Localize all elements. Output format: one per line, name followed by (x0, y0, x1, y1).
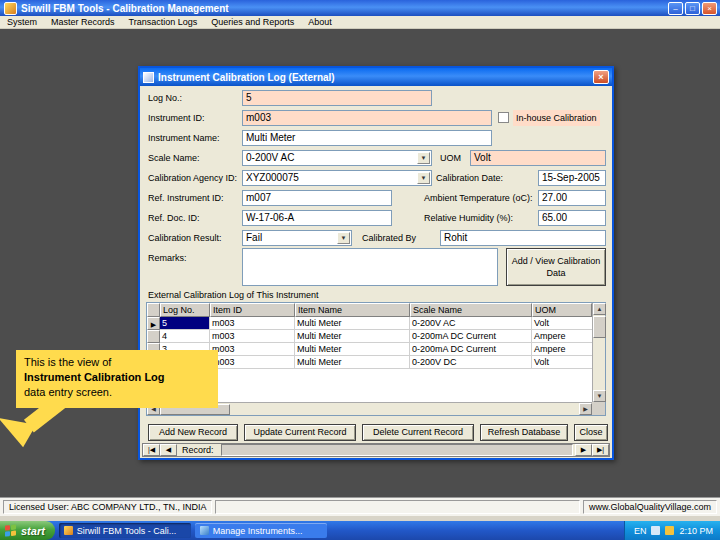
calibration-agency-dropdown[interactable]: XYZ000075 ▼ (242, 170, 432, 186)
table-row[interactable]: 4 m003 Multi Meter 0-200mA DC Current Am… (147, 330, 592, 343)
maximize-button[interactable]: □ (685, 2, 700, 15)
remarks-field[interactable] (242, 248, 498, 286)
log-no-field[interactable]: 5 (242, 90, 432, 106)
desktop: Sirwill FBM Tools - Calibration Manageme… (0, 0, 720, 540)
vertical-scroll-thumb[interactable] (593, 316, 606, 338)
annotation-line3: data entry screen. (24, 385, 210, 400)
chevron-down-icon[interactable]: ▼ (417, 152, 430, 164)
cell-item-name: Multi Meter (295, 343, 410, 356)
cell-uom: Ampere (532, 343, 592, 356)
calibrated-by-label: Calibrated By (362, 230, 416, 246)
ref-instrument-id-field[interactable]: m007 (242, 190, 392, 206)
inhouse-calibration-label: In-house Calibration (513, 110, 600, 126)
minimize-button[interactable]: – (668, 2, 683, 15)
update-current-record-button[interactable]: Update Current Record (244, 424, 356, 441)
uom-label: UOM (440, 150, 461, 166)
language-indicator[interactable]: EN (634, 526, 647, 536)
cell-scale-name: 0-200mA DC Current (410, 330, 532, 343)
ref-doc-id-label: Ref. Doc. ID: (148, 210, 200, 226)
close-dialog-button[interactable]: Close (574, 424, 608, 441)
col-header-log-no: Log No. (160, 303, 210, 317)
app-icon (64, 526, 73, 535)
previous-record-button[interactable]: ◀ (160, 444, 177, 456)
instrument-id-label: Instrument ID: (148, 110, 205, 126)
last-record-button[interactable]: ▶| (592, 444, 609, 456)
calibration-result-dropdown[interactable]: Fail ▼ (242, 230, 352, 246)
relative-humidity-field[interactable]: 65.00 (538, 210, 606, 226)
cell-uom: Volt (532, 317, 592, 330)
cell-scale-name: 0-200V AC (410, 317, 532, 330)
chevron-down-icon[interactable]: ▼ (417, 172, 430, 184)
record-navigator-track (221, 444, 573, 456)
refresh-database-button[interactable]: Refresh Database (480, 424, 568, 441)
scroll-down-icon[interactable]: ▼ (593, 390, 606, 402)
add-new-record-button[interactable]: Add New Record (148, 424, 238, 441)
col-header-item-name: Item Name (295, 303, 410, 317)
cell-scale-name: 0-200mA DC Current (410, 343, 532, 356)
taskbar-item-instruments[interactable]: Manage Instruments... (195, 523, 327, 538)
menu-item-about[interactable]: About (301, 16, 339, 29)
scale-name-dropdown[interactable]: 0-200V AC ▼ (242, 150, 432, 166)
start-button[interactable]: start (0, 521, 55, 540)
add-view-calibration-data-button[interactable]: Add / View Calibration Data (506, 248, 606, 286)
scale-name-label: Scale Name: (148, 150, 200, 166)
scroll-right-icon[interactable]: ▶ (579, 403, 592, 415)
volume-icon[interactable] (651, 526, 660, 535)
vertical-scrollbar[interactable]: ▲ ▼ (592, 303, 605, 402)
tray-status-icon[interactable] (665, 526, 674, 535)
website-text: www.GlobalQualityVillage.com (583, 500, 717, 514)
row-marker-icon: ▶ (147, 317, 160, 330)
instrument-id-field[interactable]: m003 (242, 110, 492, 126)
log-no-label: Log No.: (148, 90, 182, 106)
chevron-down-icon[interactable]: ▼ (337, 232, 350, 244)
status-spacer (215, 500, 580, 514)
marker-column-header (147, 303, 160, 317)
scrollbar-corner (592, 402, 605, 415)
scroll-up-icon[interactable]: ▲ (593, 303, 606, 315)
taskbar-item-label: Sirwill FBM Tools - Cali... (77, 526, 176, 536)
next-record-button[interactable]: ▶ (575, 444, 592, 456)
ref-doc-id-field[interactable]: W-17-06-A (242, 210, 392, 226)
col-header-item-id: Item ID (210, 303, 295, 317)
menu-item-system[interactable]: System (0, 16, 44, 29)
window-title: Sirwill FBM Tools - Calibration Manageme… (21, 3, 668, 14)
inhouse-calibration-checkbox[interactable] (498, 112, 509, 123)
uom-field[interactable]: Volt (470, 150, 606, 166)
licensed-user-text: Licensed User: ABC COMPANY LTD., TN., IN… (3, 500, 212, 514)
cell-log-no: 4 (160, 330, 210, 343)
system-tray: EN 2:10 PM (624, 521, 720, 540)
delete-current-record-button[interactable]: Delete Current Record (362, 424, 474, 441)
menu-bar: System Master Records Transaction Logs Q… (0, 16, 720, 29)
cell-item-id: m003 (210, 343, 295, 356)
taskbar-item-sirwill[interactable]: Sirwill FBM Tools - Cali... (59, 523, 191, 538)
calibration-result-value: Fail (246, 232, 262, 243)
taskbar: start Sirwill FBM Tools - Cali... Manage… (0, 521, 720, 540)
cell-item-name: Multi Meter (295, 356, 410, 369)
first-record-button[interactable]: |◀ (143, 444, 160, 456)
menu-item-transaction-logs[interactable]: Transaction Logs (122, 16, 205, 29)
relative-humidity-label: Relative Humidity (%): (424, 210, 513, 226)
menu-item-master-records[interactable]: Master Records (44, 16, 122, 29)
dialog-close-icon[interactable]: × (593, 70, 609, 84)
record-navigator: |◀ ◀ Record: ▶ ▶| (142, 443, 610, 457)
ambient-temperature-label: Ambient Temperature (oC): (424, 190, 532, 206)
row-marker-cell (147, 330, 160, 343)
cell-item-name: Multi Meter (295, 330, 410, 343)
calibrated-by-field[interactable]: Rohit (440, 230, 606, 246)
table-row[interactable]: ▶ 5 m003 Multi Meter 0-200V AC Volt (147, 317, 592, 330)
app-icon (4, 2, 17, 15)
calibration-agency-label: Calibration Agency ID: (148, 170, 237, 186)
close-button[interactable]: × (702, 2, 717, 15)
menu-item-queries-reports[interactable]: Queries and Reports (204, 16, 301, 29)
cell-uom: Ampere (532, 330, 592, 343)
record-navigator-label: Record: (182, 445, 214, 455)
taskbar-item-label: Manage Instruments... (213, 526, 303, 536)
calibration-date-label: Calibration Date: (436, 170, 503, 186)
annotation-callout: This is the view of Instrument Calibrati… (16, 350, 218, 408)
cell-item-name: Multi Meter (295, 317, 410, 330)
ambient-temperature-field[interactable]: 27.00 (538, 190, 606, 206)
calibration-date-field[interactable]: 15-Sep-2005 (538, 170, 606, 186)
cell-item-id: m003 (210, 317, 295, 330)
cell-log-no: 5 (160, 317, 210, 330)
instrument-name-field[interactable]: Multi Meter (242, 130, 492, 146)
